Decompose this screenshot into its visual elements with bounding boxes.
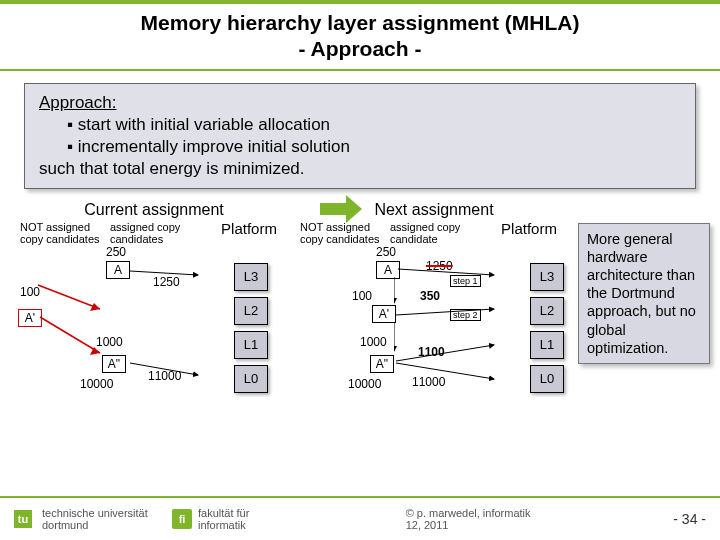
- approach-box: Approach: start with initial variable al…: [24, 83, 696, 189]
- right-black-arrows: [394, 263, 504, 393]
- tu-logo: tu: [14, 510, 32, 528]
- right-col3-label: Platform: [488, 221, 570, 245]
- right-n1000: 1000: [360, 335, 387, 349]
- title-line-1: Memory hierarchy layer assignment (MHLA): [10, 10, 710, 36]
- fi-logo-icon: fi: [172, 509, 192, 529]
- footer-credit: © p. marwedel, informatik 12, 2011: [406, 507, 536, 531]
- right-l3: L3: [530, 263, 564, 291]
- svg-marker-1: [90, 303, 100, 311]
- svg-line-5: [130, 363, 198, 375]
- svg-line-2: [40, 317, 100, 353]
- right-l0: L0: [530, 365, 564, 393]
- left-diagram: 250 A 100 1250 A' 1000 A" 10000 11000 L3…: [18, 245, 290, 435]
- left-n250: 250: [106, 245, 126, 259]
- approach-bullet-2: incrementally improve initial solution: [67, 136, 681, 158]
- right-platform-stack: L3 L2 L1 L0: [530, 263, 564, 399]
- svg-line-4: [130, 271, 198, 275]
- slide-footer: tu technische universität dortmund fi fa…: [0, 496, 720, 540]
- current-assignment-col: Current assignment NOT assigned copy can…: [18, 201, 290, 435]
- approach-heading: Approach:: [39, 93, 117, 112]
- left-col2-label: assigned copy candidates: [108, 221, 208, 245]
- left-box-a: A: [106, 261, 130, 279]
- next-label: Next assignment: [298, 201, 570, 219]
- left-l1: L1: [234, 331, 268, 359]
- svg-line-8: [396, 309, 494, 315]
- left-l2: L2: [234, 297, 268, 325]
- right-col1-label: NOT assigned copy candidates: [298, 221, 388, 245]
- right-l1: L1: [530, 331, 564, 359]
- next-assignment-col: Next assignment NOT assigned copy candid…: [298, 201, 570, 435]
- approach-tail: such that total energy is minimized.: [39, 158, 681, 180]
- svg-line-6: [398, 269, 494, 275]
- side-note-box: More general hardware architecture than …: [578, 223, 710, 364]
- right-col2-label: assigned copy candidate: [388, 221, 488, 245]
- left-l3: L3: [234, 263, 268, 291]
- svg-line-10: [396, 345, 494, 361]
- left-black-arrows: [130, 265, 210, 385]
- svg-line-11: [396, 363, 494, 379]
- left-arrow-2: [40, 317, 110, 360]
- left-n10000: 10000: [80, 377, 113, 391]
- right-l2: L2: [530, 297, 564, 325]
- right-box-adbl: A": [370, 355, 394, 373]
- footer-tu-text: technische universität dortmund: [42, 507, 152, 531]
- left-platform-stack: L3 L2 L1 L0: [234, 263, 268, 399]
- right-n100: 100: [352, 289, 372, 303]
- left-l0: L0: [234, 365, 268, 393]
- tu-logo-icon: tu: [14, 510, 32, 528]
- footer-fi-text: fakultät für informatik: [198, 507, 268, 531]
- left-col3-label: Platform: [208, 221, 290, 245]
- left-col1-label: NOT assigned copy candidates: [18, 221, 108, 245]
- page-number: - 34 -: [673, 511, 706, 527]
- diagrams-row: Current assignment NOT assigned copy can…: [0, 197, 720, 435]
- title-line-2: - Approach -: [10, 36, 710, 62]
- right-n250: 250: [376, 245, 396, 259]
- svg-line-0: [38, 285, 100, 309]
- right-diagram: 250 A 1250 100 350 step 1 A' step 2 1000…: [298, 245, 570, 435]
- left-arrow-1: [38, 285, 108, 318]
- right-n10000: 10000: [348, 377, 381, 391]
- current-label: Current assignment: [18, 201, 290, 219]
- slide-title: Memory hierarchy layer assignment (MHLA)…: [0, 0, 720, 71]
- right-box-aprime: A': [372, 305, 396, 323]
- approach-bullet-1: start with initial variable allocation: [67, 114, 681, 136]
